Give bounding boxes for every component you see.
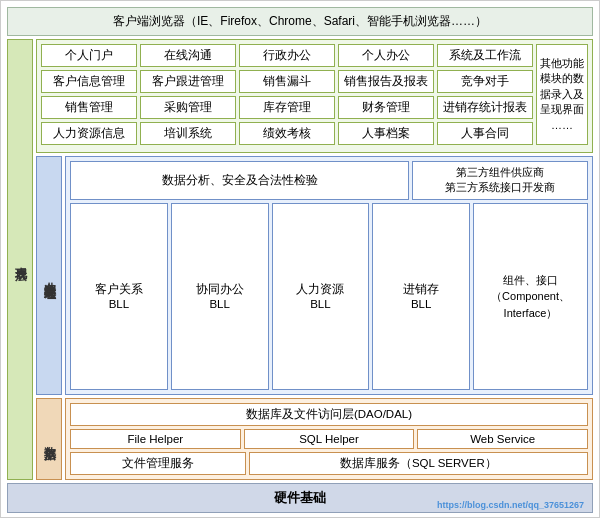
cell-hr-bll: 人力资源BLL	[272, 203, 370, 390]
cell-geren-portal: 个人门户	[41, 44, 137, 67]
cell-component-interface: 组件、接口 （Component、Interface）	[473, 203, 588, 390]
yewu-label-box: 业务逻辑处理层	[36, 156, 62, 395]
cell-sales-funnel: 销售漏斗	[239, 70, 335, 93]
cell-customer-info: 客户信息管理	[41, 70, 137, 93]
yewu-content: 数据分析、安全及合法性检验 第三方组件供应商 第三方系统接口开发商 客户关系BL…	[65, 156, 593, 395]
cell-online-comm: 在线沟通	[140, 44, 236, 67]
cell-collab-bll: 协同办公BLL	[171, 203, 269, 390]
cell-sql-helper: SQL Helper	[244, 429, 415, 449]
cell-hr-file: 人事档案	[338, 122, 434, 145]
cell-admin-office: 行政办公	[239, 44, 335, 67]
cell-hr-contract: 人事合同	[437, 122, 533, 145]
cell-training: 培训系统	[140, 122, 236, 145]
shuju-section: 数据层 数据库及文件访问层(DAO/DAL) File Helper SQL H…	[36, 398, 593, 480]
cell-sys-workflow: 系统及工作流	[437, 44, 533, 67]
cell-sales-report: 销售报告及报表	[338, 70, 434, 93]
browser-bar: 客户端浏览器（IE、Firefox、Chrome、Safari、智能手机浏览器……	[7, 7, 593, 36]
cell-hr-info: 人力资源信息	[41, 122, 137, 145]
cell-data-analysis: 数据分析、安全及合法性检验	[70, 161, 409, 200]
cell-performance: 绩效考核	[239, 122, 335, 145]
watermark: https://blog.csdn.net/qq_37651267	[437, 500, 584, 510]
cell-inventory-stats: 进销存统计报表	[437, 96, 533, 119]
cell-competitor: 竞争对手	[437, 70, 533, 93]
biaoxian-label: 表现层	[12, 257, 29, 263]
shuju-label-box: 数据层	[36, 398, 62, 480]
shuju-content: 数据库及文件访问层(DAO/DAL) File Helper SQL Helpe…	[65, 398, 593, 480]
cell-db-service: 数据库服务（SQL SERVER）	[249, 452, 588, 475]
shuju-label: 数据层	[41, 436, 58, 442]
cell-sales-mgmt: 销售管理	[41, 96, 137, 119]
cell-file-helper: File Helper	[70, 429, 241, 449]
cell-inventory-mgmt: 库存管理	[239, 96, 335, 119]
cell-file-service: 文件管理服务	[70, 452, 246, 475]
cell-crm-bll: 客户关系BLL	[70, 203, 168, 390]
cell-inventory-bll: 进销存BLL	[372, 203, 470, 390]
hardware-label: 硬件基础	[274, 490, 326, 505]
cell-dao-dal: 数据库及文件访问层(DAO/DAL)	[70, 403, 588, 426]
cell-personal-office: 个人办公	[338, 44, 434, 67]
cell-web-service: Web Service	[417, 429, 588, 449]
cell-purchase-mgmt: 采购管理	[140, 96, 236, 119]
hardware-bar: 硬件基础 https://blog.csdn.net/qq_37651267	[7, 483, 593, 513]
cell-customer-follow: 客户跟进管理	[140, 70, 236, 93]
cell-finance-mgmt: 财务管理	[338, 96, 434, 119]
cell-other-functions: 其他功能模块的数据录入及呈现界面……	[536, 44, 588, 145]
main-container: 客户端浏览器（IE、Firefox、Chrome、Safari、智能手机浏览器……	[0, 0, 600, 518]
biaoxian-content: 个人门户 在线沟通 行政办公 个人办公 系统及工作流 客户信息管理 客户跟进管理…	[36, 39, 593, 153]
yewu-label: 业务逻辑处理层	[41, 272, 58, 279]
cell-third-party: 第三方组件供应商 第三方系统接口开发商	[412, 161, 588, 200]
